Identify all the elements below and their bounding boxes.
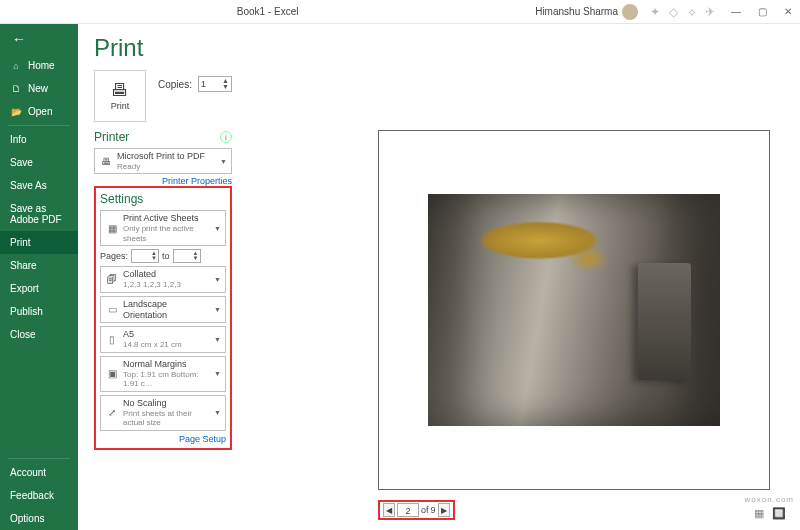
copies-value: 1	[201, 79, 206, 89]
sidebar-label: Open	[28, 106, 52, 117]
settings-panel: Settings ▦ Print Active SheetsOnly print…	[94, 186, 232, 449]
sidebar-label: New	[28, 83, 48, 94]
sidebar-label: Export	[10, 283, 39, 294]
collate-icon: 🗐	[105, 273, 119, 287]
sidebar-item-print[interactable]: Print	[0, 231, 78, 254]
next-page-button[interactable]: ▶	[438, 503, 450, 517]
sidebar-label: Save	[10, 157, 33, 168]
title-bar: Book1 - Excel Himanshu Sharma ✦ ◇ ⟡ ✈ — …	[0, 0, 800, 24]
pages-range-row: Pages: ▲▼ to ▲▼	[100, 249, 226, 263]
sidebar-item-publish[interactable]: Publish	[0, 300, 78, 323]
chevron-down-icon: ▼	[220, 158, 227, 165]
sidebar-label: Share	[10, 260, 37, 271]
combo-sub: 14.8 cm x 21 cm	[123, 340, 210, 350]
sidebar-label: Close	[10, 329, 36, 340]
main-area: Print 🖶 Print Copies: 1 ▲▼ Printer i 🖶 M…	[78, 24, 800, 530]
sheets-icon: ▦	[105, 221, 119, 235]
open-icon: 📂	[10, 107, 22, 117]
sidebar-item-export[interactable]: Export	[0, 277, 78, 300]
pager-total: 9	[431, 505, 436, 515]
landscape-icon: ▭	[105, 303, 119, 317]
minimize-button[interactable]: —	[724, 2, 748, 22]
combo-title: No Scaling	[123, 398, 210, 409]
sidebar-item-close[interactable]: Close	[0, 323, 78, 346]
home-icon: ⌂	[10, 61, 22, 71]
sidebar-item-saveas-adobe[interactable]: Save as Adobe PDF	[0, 197, 78, 231]
show-margins-button[interactable]: ▦	[754, 507, 764, 520]
close-window-button[interactable]: ✕	[776, 2, 800, 22]
combo-title: Collated	[123, 269, 210, 280]
header-doodles: ✦ ◇ ⟡ ✈	[644, 5, 724, 19]
paper-size-selector[interactable]: ▯ A514.8 cm x 21 cm ▼	[100, 326, 226, 352]
chevron-down-icon: ▼	[214, 370, 221, 377]
preview-image	[428, 194, 721, 427]
spinner-arrows-icon: ▲▼	[222, 78, 229, 90]
page-setup-link[interactable]: Page Setup	[100, 434, 226, 444]
printer-status: Ready	[117, 162, 216, 172]
collate-selector[interactable]: 🗐 Collated1,2,3 1,2,3 1,2,3 ▼	[100, 266, 226, 292]
sidebar-item-new[interactable]: 🗋New	[0, 77, 78, 100]
chevron-down-icon: ▼	[214, 276, 221, 283]
orientation-selector[interactable]: ▭ Landscape Orientation ▼	[100, 296, 226, 324]
zoom-to-page-button[interactable]: 🔲	[772, 507, 786, 520]
prev-page-button[interactable]: ◀	[383, 503, 395, 517]
user-name: Himanshu Sharma	[535, 6, 618, 17]
sidebar-item-save[interactable]: Save	[0, 151, 78, 174]
sidebar-item-open[interactable]: 📂Open	[0, 100, 78, 123]
print-preview	[378, 130, 770, 490]
sidebar-item-options[interactable]: Options	[0, 507, 78, 530]
printer-selector[interactable]: 🖶 Microsoft Print to PDF Ready ▼	[94, 148, 232, 174]
sidebar-label: Account	[10, 467, 46, 478]
combo-sub: Top: 1.91 cm Bottom: 1.91 c…	[123, 370, 210, 389]
sidebar-label: Save As	[10, 180, 47, 191]
app-title: Book1 - Excel	[0, 6, 535, 17]
printer-name: Microsoft Print to PDF	[117, 151, 216, 162]
combo-sub: Only print the active sheets	[123, 224, 210, 243]
sidebar-item-saveas[interactable]: Save As	[0, 174, 78, 197]
back-button[interactable]: ←	[0, 24, 78, 54]
page-navigator: ◀ 2 of 9 ▶	[378, 500, 455, 520]
printer-properties-link[interactable]: Printer Properties	[94, 176, 232, 186]
printer-device-icon: 🖶	[99, 154, 113, 168]
pages-to-spinner[interactable]: ▲▼	[173, 249, 201, 263]
pages-from-spinner[interactable]: ▲▼	[131, 249, 159, 263]
combo-title: A5	[123, 329, 210, 340]
copies-spinner[interactable]: 1 ▲▼	[198, 76, 232, 92]
sidebar-label: Publish	[10, 306, 43, 317]
sidebar-item-home[interactable]: ⌂Home	[0, 54, 78, 77]
margins-icon: ▣	[105, 367, 119, 381]
avatar	[622, 4, 638, 20]
sidebar-item-feedback[interactable]: Feedback	[0, 484, 78, 507]
pager-of-label: of	[421, 505, 429, 515]
scaling-selector[interactable]: ⤢ No ScalingPrint sheets at their actual…	[100, 395, 226, 431]
chevron-down-icon: ▼	[214, 336, 221, 343]
sidebar-item-info[interactable]: Info	[0, 128, 78, 151]
new-icon: 🗋	[10, 84, 22, 94]
current-page-input[interactable]: 2	[397, 503, 419, 517]
combo-sub: 1,2,3 1,2,3 1,2,3	[123, 280, 210, 290]
sidebar-label: Info	[10, 134, 27, 145]
copies-label: Copies:	[158, 79, 192, 90]
sidebar-item-share[interactable]: Share	[0, 254, 78, 277]
sidebar-item-account[interactable]: Account	[0, 461, 78, 484]
combo-title: Landscape Orientation	[123, 299, 210, 321]
combo-title: Print Active Sheets	[123, 213, 210, 224]
print-what-selector[interactable]: ▦ Print Active SheetsOnly print the acti…	[100, 210, 226, 246]
margins[interactable]: ▣ Normal MarginsTop: 1.91 cm Bottom: 1.9…	[100, 356, 226, 392]
sidebar-label: Feedback	[10, 490, 54, 501]
sidebar-label: Options	[10, 513, 44, 524]
print-button-label: Print	[111, 101, 130, 111]
printer-heading: Printer	[94, 130, 129, 144]
settings-heading: Settings	[100, 192, 143, 206]
scaling-icon: ⤢	[105, 406, 119, 420]
combo-title: Normal Margins	[123, 359, 210, 370]
print-button[interactable]: 🖶 Print	[94, 70, 146, 122]
combo-sub: Print sheets at their actual size	[123, 409, 210, 428]
printer-info-icon[interactable]: i	[220, 131, 232, 143]
printer-icon: 🖶	[111, 81, 129, 99]
chevron-down-icon: ▼	[214, 225, 221, 232]
user-area[interactable]: Himanshu Sharma	[535, 4, 644, 20]
sidebar-label: Print	[10, 237, 31, 248]
restore-button[interactable]: ▢	[750, 2, 774, 22]
chevron-down-icon: ▼	[214, 306, 221, 313]
